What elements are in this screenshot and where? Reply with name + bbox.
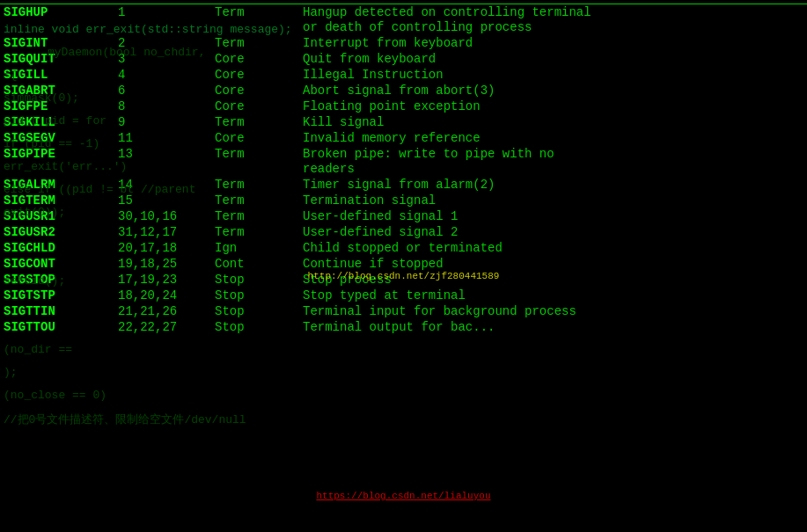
signal-value: 19,18,25 <box>118 257 215 271</box>
table-row: SIGFPE 8 Core Floating point exception <box>0 98 807 114</box>
signal-comment: Stop process <box>303 273 803 287</box>
signal-name: SIGCHLD <box>4 241 118 255</box>
table-row: SIGILL 4 Core Illegal Instruction <box>0 67 807 83</box>
signal-action: Stop <box>215 304 303 318</box>
signal-value: 31,12,17 <box>118 225 215 239</box>
signal-action: Ign <box>215 241 303 255</box>
signal-value: 8 <box>118 99 215 113</box>
signal-value: 4 <box>118 68 215 82</box>
table-row: SIGTTIN 21,21,26 Stop Terminal input for… <box>0 303 807 319</box>
signal-comment: Abort signal from abort(3) <box>303 84 803 98</box>
signal-comment: User-defined signal 1 <box>303 209 803 223</box>
table-row: SIGCONT 19,18,25 Cont Continue if stoppe… <box>0 256 807 272</box>
table-row: SIGABRT 6 Core Abort signal from abort(3… <box>0 83 807 98</box>
signal-name: SIGTTOU <box>4 320 118 334</box>
signal-value: 20,17,18 <box>118 241 215 255</box>
signal-value: 1 <box>118 5 215 19</box>
signal-name: SIGKILL <box>4 115 118 129</box>
signal-action: Term <box>215 147 303 161</box>
signal-action: Term <box>215 178 303 192</box>
signal-comment: Kill signal <box>303 115 803 129</box>
signal-value: 14 <box>118 178 215 192</box>
signal-name: SIGINT <box>4 36 118 50</box>
table-row: SIGTERM 15 Term Termination signal <box>0 193 807 208</box>
table-row: SIGPIPE 13 Term Broken pipe: write to pi… <box>0 146 807 177</box>
signal-value: 21,21,26 <box>118 304 215 318</box>
overlay-code-line: (no_close == 0) <box>0 389 110 402</box>
signal-name: SIGQUIT <box>4 52 118 66</box>
signal-value: 6 <box>118 84 215 98</box>
signal-name: SIGHUP <box>4 5 118 19</box>
signal-action: Stop <box>215 320 303 334</box>
signal-comment: Quit from keyboard <box>303 52 803 66</box>
signal-comment: Hangup detected on controlling terminal <box>303 5 803 19</box>
table-row: SIGTTOU 22,22,27 Stop Terminal output fo… <box>0 319 807 335</box>
signal-action: Stop <box>215 273 303 287</box>
signal-name: SIGCONT <box>4 257 118 271</box>
signal-comment: Terminal output for bac... <box>303 320 803 334</box>
signal-name: SIGSEGV <box>4 131 118 145</box>
watermark2: https://blog.csdn.net/lialuyou <box>0 491 807 501</box>
table-row: SIGSTOP 17,19,23 Stop Stop process <box>0 272 807 288</box>
signal-action: Core <box>215 99 303 113</box>
signal-name: SIGILL <box>4 68 118 82</box>
signal-name: SIGUSR1 <box>4 209 118 223</box>
signal-comment2: or death of controlling process <box>303 20 803 34</box>
table-row: SIGTSTP 18,20,24 Stop Stop typed at term… <box>0 288 807 303</box>
signal-action: Stop <box>215 288 303 302</box>
signal-name: SIGSTOP <box>4 273 118 287</box>
signal-action: Cont <box>215 257 303 271</box>
signal-comment2: readers <box>303 162 803 176</box>
signal-comment: Stop typed at terminal <box>303 288 803 302</box>
signal-value: 18,20,24 <box>118 288 215 302</box>
table-row: SIGHUP 1 Term Hangup detected on control… <box>0 4 807 35</box>
signal-action: Term <box>215 209 303 223</box>
signal-comment: Child stopped or terminated <box>303 241 803 255</box>
signal-value: 13 <box>118 147 215 161</box>
signal-action: Core <box>215 68 303 82</box>
signal-action: Term <box>215 5 303 19</box>
signal-name: SIGFPE <box>4 99 118 113</box>
overlay-code-line: ); <box>0 366 21 379</box>
overlay-code-line: (no_dir == <box>0 343 76 356</box>
signal-action: Core <box>215 84 303 98</box>
signal-comment: User-defined signal 2 <box>303 225 803 239</box>
table-row: SIGSEGV 11 Core Invalid memory reference <box>0 130 807 146</box>
signal-comment: Timer signal from alarm(2) <box>303 178 803 192</box>
signal-name: SIGABRT <box>4 84 118 98</box>
signal-value: 17,19,23 <box>118 273 215 287</box>
signal-comment: Invalid memory reference <box>303 131 803 145</box>
overlay-code-line: //把0号文件描述符、限制给空文件/dev/null <box>0 412 250 427</box>
table-row: SIGUSR2 31,12,17 Term User-defined signa… <box>0 224 807 240</box>
signal-comment: Interrupt from keyboard <box>303 36 803 50</box>
signal-value: 15 <box>118 193 215 208</box>
signal-name: SIGPIPE <box>4 147 118 161</box>
signal-action: Term <box>215 225 303 239</box>
signal-name: SIGTERM <box>4 193 118 208</box>
signal-name: SIGTTIN <box>4 304 118 318</box>
signal-value: 11 <box>118 131 215 145</box>
signal-action: Core <box>215 52 303 66</box>
signal-comment: Continue if stopped <box>303 257 803 271</box>
signal-name: SIGTSTP <box>4 288 118 302</box>
signal-value: 9 <box>118 115 215 129</box>
table-row: SIGQUIT 3 Core Quit from keyboard <box>0 51 807 67</box>
signal-action: Term <box>215 115 303 129</box>
table-row: SIGKILL 9 Term Kill signal <box>0 114 807 130</box>
signal-action: Core <box>215 131 303 145</box>
signal-value: 3 <box>118 52 215 66</box>
signal-action: Term <box>215 193 303 208</box>
signal-comment: Broken pipe: write to pipe with no <box>303 147 803 161</box>
signal-table: SIGHUP 1 Term Hangup detected on control… <box>0 4 807 335</box>
signal-comment: Terminal input for background process <box>303 304 803 318</box>
signal-comment: Termination signal <box>303 193 803 208</box>
table-row: SIGALRM 14 Term Timer signal from alarm(… <box>0 177 807 193</box>
signal-comment: Floating point exception <box>303 99 803 113</box>
signal-value: 2 <box>118 36 215 50</box>
signal-name: SIGALRM <box>4 178 118 192</box>
table-row: SIGUSR1 30,10,16 Term User-defined signa… <box>0 208 807 224</box>
signal-value: 30,10,16 <box>118 209 215 223</box>
signal-value: 22,22,27 <box>118 320 215 334</box>
signal-comment: Illegal Instruction <box>303 68 803 82</box>
table-row: SIGCHLD 20,17,18 Ign Child stopped or te… <box>0 240 807 256</box>
